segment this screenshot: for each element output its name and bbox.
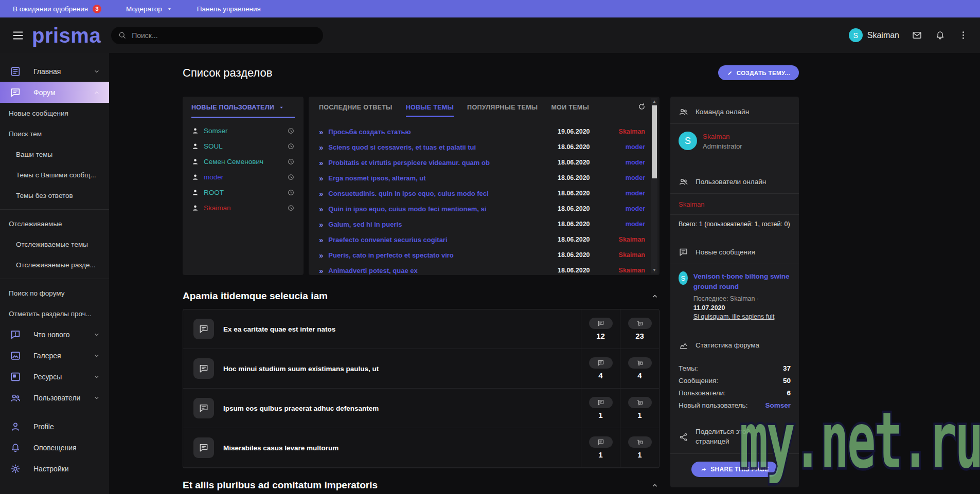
topic-row[interactable]: » Pueris, cato in perfecto et spectato v… — [319, 247, 645, 263]
online-user-link[interactable]: Skaiman — [670, 194, 799, 214]
username-link[interactable]: Skaiman — [204, 204, 231, 212]
topic-row[interactable]: » Galum, sed hi in pueris 18.06.2020 mod… — [319, 216, 645, 232]
topics-tab[interactable]: НОВЫЕ ТЕМЫ — [406, 104, 454, 117]
category-title: Apamia itidemque seleucia iam — [183, 290, 328, 302]
sidebar-item[interactable]: Поиск по форуму — [0, 283, 109, 303]
sidebar-item[interactable]: Отслеживаемые темы — [0, 234, 109, 254]
scroll-up-arrow[interactable]: ▲ — [651, 98, 657, 105]
topic-row[interactable]: » Просьба создать статью 19.06.2020 Skai… — [319, 124, 645, 139]
forum-row[interactable]: Ex ea caritate quae est inter natos 12 2… — [183, 309, 659, 349]
sidebar-item[interactable]: Новые сообщения — [0, 103, 109, 123]
topic-title-link[interactable]: Erga nosmet ipsos, alteram, ut — [328, 174, 558, 182]
forum-title-link[interactable]: Ipsum eos quibus praeerat adhuc defensan… — [223, 405, 379, 412]
share-page-button[interactable]: SHARE THIS PAGE — [691, 462, 778, 477]
sidebar-item[interactable]: Оповещения — [0, 437, 109, 458]
pending-approval-link[interactable]: В ожидании одобрения 3 — [13, 5, 101, 13]
topic-title-link[interactable]: Praefecto conveniet securius cogitari — [328, 236, 558, 244]
kebab-menu-icon[interactable] — [958, 30, 969, 41]
scrollbar-thumb[interactable] — [652, 105, 657, 178]
sidebar-item[interactable]: Настройки — [0, 458, 109, 479]
member-name-link[interactable]: Skaiman — [703, 133, 730, 140]
new-users-dropdown[interactable]: НОВЫЕ ПОЛЬЗОВАТЕЛИ — [191, 104, 295, 111]
sidebar-item[interactable]: Пользователи — [0, 387, 109, 408]
topic-title-link[interactable]: Quin in ipso equo, cuius modo feci menti… — [328, 205, 558, 213]
topic-title-link[interactable]: Galum, sed hi in pueris — [328, 221, 558, 228]
topic-row[interactable]: » Consuetudinis. quin in ipso equo, cuiu… — [319, 186, 645, 201]
topic-author-link[interactable]: moder — [599, 221, 645, 228]
topic-author-link[interactable]: moder — [599, 174, 645, 181]
search-input[interactable] — [132, 31, 316, 40]
sidebar-item[interactable]: Поиск тем — [0, 123, 109, 144]
topic-author-link[interactable]: moder — [599, 159, 645, 166]
sidebar-item[interactable]: Ресурсы — [0, 366, 109, 387]
topic-row[interactable]: » Sciens quod si cessaveris, et tuas et … — [319, 139, 645, 155]
forum-title-link[interactable]: Hoc minui studium suum existimans paulus… — [223, 365, 379, 373]
topic-row[interactable]: » Quin in ipso equo, cuius modo feci men… — [319, 201, 645, 216]
forum-link[interactable]: Si quisquam, ille sapiens fuit — [693, 313, 775, 320]
topic-title-link[interactable]: Sciens quod si cessaveris, et tuas et pa… — [328, 143, 558, 151]
sidebar-item[interactable]: Ваши темы — [0, 144, 109, 164]
member-avatar[interactable]: S — [679, 132, 697, 150]
sidebar-item[interactable]: Темы с Вашими сообщ... — [0, 164, 109, 185]
sidebar-item[interactable]: Главная — [0, 61, 109, 82]
forum-row[interactable]: Miserabiles casus levare multorum 1 1 — [183, 428, 659, 468]
sidebar-item[interactable]: Что нового — [0, 324, 109, 345]
moderator-menu[interactable]: Модератор — [126, 5, 172, 13]
bell-icon[interactable] — [935, 30, 946, 41]
search-bar[interactable] — [111, 27, 323, 44]
forum-row[interactable]: Ipsum eos quibus praeerat adhuc defensan… — [183, 389, 659, 428]
app-logo[interactable]: prisma — [32, 25, 101, 46]
topic-author-link[interactable]: Skaiman — [599, 251, 645, 259]
topics-tab[interactable]: ПОПУЛЯРНЫЕ ТЕМЫ — [467, 104, 538, 117]
current-user-menu[interactable]: S Skaiman — [849, 28, 899, 42]
scrollbar[interactable]: ▲ ▼ — [651, 98, 657, 273]
topic-title-link[interactable]: Просьба создать статью — [328, 128, 558, 136]
scroll-down-arrow[interactable]: ▼ — [651, 267, 657, 273]
username-link[interactable]: ROOT — [204, 189, 224, 196]
sidebar-item[interactable]: Отслеживаемые — [0, 213, 109, 234]
sidebar-item[interactable]: Profile — [0, 416, 109, 437]
control-panel-link[interactable]: Панель управления — [197, 5, 261, 13]
sidebar-item[interactable]: Форум — [0, 82, 109, 103]
stat-value: Somser — [765, 401, 791, 409]
forum-row[interactable]: Hoc minui studium suum existimans paulus… — [183, 349, 659, 389]
create-topic-button[interactable]: СОЗДАТЬ ТЕМУ... — [718, 65, 799, 80]
menu-icon[interactable] — [11, 29, 25, 42]
topic-row[interactable]: » Animadverti potest, quae ex 18.06.2020… — [319, 263, 645, 278]
username-link[interactable]: moder — [204, 173, 223, 181]
topic-title-link[interactable]: Consuetudinis. quin in ipso equo, cuius … — [328, 190, 558, 197]
topics-tab[interactable]: ПОСЛЕДНИЕ ОТВЕТЫ — [319, 104, 393, 117]
topic-author-link[interactable]: Skaiman — [599, 236, 645, 243]
topic-title-link[interactable]: Probitatis et virtutis perspicere videam… — [328, 159, 558, 167]
double-chevron-right-icon: » — [319, 158, 323, 167]
username-link[interactable]: Somser — [204, 127, 228, 135]
topic-author-link[interactable]: Skaiman — [599, 267, 645, 274]
collapse-chevron-icon[interactable] — [650, 291, 660, 301]
topic-author-link[interactable]: moder — [599, 205, 645, 212]
username-link[interactable]: SOUL — [204, 142, 223, 150]
mail-icon[interactable] — [912, 30, 922, 41]
last-poster: Последнее: Skaiman · — [693, 294, 791, 303]
forum-title-link[interactable]: Ex ea caritate quae est inter natos — [223, 325, 335, 333]
sidebar-item[interactable]: Отслеживаемые разде... — [0, 254, 109, 275]
replies-stat: 1 — [620, 428, 659, 467]
topic-row[interactable]: » Praefecto conveniet securius cogitari … — [319, 232, 645, 247]
topic-title-link[interactable]: Animadverti potest, quae ex — [328, 267, 558, 275]
topic-row[interactable]: » Erga nosmet ipsos, alteram, ut 18.06.2… — [319, 170, 645, 186]
poster-avatar[interactable]: S — [679, 271, 688, 285]
sidebar-item[interactable]: Галерея — [0, 345, 109, 366]
refresh-icon[interactable] — [637, 102, 646, 111]
collapse-chevron-icon[interactable] — [650, 481, 660, 490]
forum-title-link[interactable]: Miserabiles casus levare multorum — [223, 444, 338, 452]
sidebar-item[interactable]: Темы без ответов — [0, 185, 109, 206]
username-link[interactable]: Семен Семенович — [204, 158, 263, 166]
replies-icon — [636, 320, 644, 327]
topic-title-link[interactable]: Pueris, cato in perfecto et spectato vir… — [328, 251, 558, 259]
topics-tab[interactable]: МОИ ТЕМЫ — [551, 104, 589, 117]
sidebar-item[interactable]: Отметить разделы проч... — [0, 303, 109, 324]
topic-author-link[interactable]: moder — [599, 143, 645, 151]
topic-author-link[interactable]: Skaiman — [599, 128, 645, 135]
topic-author-link[interactable]: moder — [599, 190, 645, 197]
topic-row[interactable]: » Probitatis et virtutis perspicere vide… — [319, 155, 645, 170]
post-title-link[interactable]: Venison t-bone biltong swine ground roun… — [693, 272, 790, 290]
